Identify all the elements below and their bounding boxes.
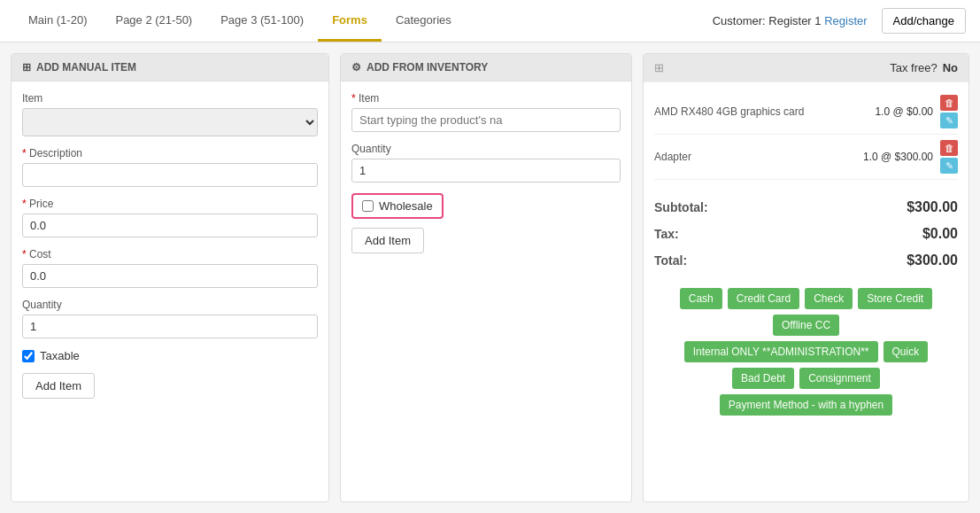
top-navigation: Main (1-20) Page 2 (21-50) Page 3 (51-10… — [0, 0, 980, 43]
delete-item-button[interactable]: 🗑 — [940, 95, 958, 111]
edit-item-button[interactable]: ✎ — [940, 113, 958, 128]
subtotal-row: Subtotal: $300.00 — [654, 194, 958, 221]
manual-item-panel: ⊞ ADD MANUAL ITEM Item * Description * P… — [11, 53, 329, 502]
inventory-add-item-button[interactable]: Add Item — [351, 228, 424, 253]
wholesale-box: Wholesale — [351, 193, 444, 219]
taxable-row: Taxable — [22, 349, 318, 362]
tab-main[interactable]: Main (1-20) — [14, 1, 101, 42]
add-change-button[interactable]: Add/change — [882, 8, 966, 34]
tax-value: $0.00 — [922, 226, 958, 242]
credit-card-button[interactable]: Credit Card — [728, 288, 799, 309]
customer-text: Customer: Register 1 — [713, 14, 822, 27]
bad-debt-button[interactable]: Bad Debt — [732, 368, 794, 389]
inventory-panel-header: ⚙ ADD FROM INVENTORY — [341, 54, 631, 82]
taxable-label: Taxable — [40, 349, 80, 362]
quick-button[interactable]: Quick — [884, 341, 929, 362]
cart-item-name: AMD RX480 4GB graphics card — [654, 105, 868, 118]
tax-row: Tax: $0.00 — [654, 221, 958, 247]
wholesale-checkbox[interactable] — [362, 200, 374, 212]
totals-section: Subtotal: $300.00 Tax: $0.00 Total: $300… — [644, 187, 968, 281]
cart-item-actions: 🗑 ✎ — [940, 140, 958, 174]
item-field-group: Item — [22, 92, 318, 136]
item-label: Item — [22, 92, 318, 105]
item-select[interactable] — [22, 108, 318, 136]
payment-row-1: Cash Credit Card Check Store Credit — [654, 288, 958, 309]
payment-row-4: Bad Debt Consignment — [654, 368, 958, 389]
price-field-group: * Price — [22, 198, 318, 237]
monitor-icon-cart: ⊞ — [654, 61, 664, 74]
inventory-title: ADD FROM INVENTORY — [367, 61, 488, 74]
manual-item-panel-header: ⊞ ADD MANUAL ITEM — [12, 54, 328, 82]
payment-row-2: Offline CC — [654, 315, 958, 336]
total-row: Total: $300.00 — [654, 247, 958, 274]
main-content: ⊞ ADD MANUAL ITEM Item * Description * P… — [0, 43, 980, 513]
tab-page2[interactable]: Page 2 (21-50) — [101, 1, 206, 42]
edit-item-button[interactable]: ✎ — [940, 158, 958, 174]
payment-section: Cash Credit Card Check Store Credit Offl… — [644, 281, 968, 428]
description-field-group: * Description — [22, 147, 318, 187]
cart-panel: ⊞ Tax free? No AMD RX480 4GB graphics ca… — [643, 53, 969, 502]
inv-item-label: * Item — [351, 92, 621, 105]
nav-tabs: Main (1-20) Page 2 (21-50) Page 3 (51-10… — [14, 1, 466, 42]
inventory-panel-body: * Item Quantity Wholesale Add Item — [341, 82, 631, 264]
internal-admin-button[interactable]: Internal ONLY **ADMINISTRATION** — [684, 341, 878, 362]
table-row: Adapter 1.0 @ $300.00 🗑 ✎ — [654, 135, 958, 180]
subtotal-value: $300.00 — [907, 199, 958, 215]
cart-item-name: Adapter — [654, 151, 856, 163]
tax-free-label: Tax free? — [890, 61, 937, 74]
inv-item-input[interactable] — [351, 108, 621, 132]
tab-categories[interactable]: Categories — [382, 1, 466, 42]
price-label: * Price — [22, 198, 318, 210]
inv-quantity-field-group: Quantity — [351, 143, 621, 183]
store-credit-button[interactable]: Store Credit — [858, 288, 932, 309]
cart-item-qty-price: 1.0 @ $0.00 — [875, 105, 933, 118]
wholesale-label: Wholesale — [379, 199, 433, 213]
inv-item-field-group: * Item — [351, 92, 621, 132]
inventory-panel: ⚙ ADD FROM INVENTORY * Item Quantity Who… — [340, 53, 632, 502]
customer-link[interactable]: Register — [824, 14, 867, 27]
offline-cc-button[interactable]: Offline CC — [773, 315, 839, 336]
cost-field-group: * Cost — [22, 248, 318, 288]
inv-quantity-label: Quantity — [351, 143, 621, 155]
quantity-field-group: Quantity — [22, 299, 318, 338]
description-label: * Description — [22, 147, 318, 159]
total-value: $300.00 — [907, 253, 958, 268]
cart-item-actions: 🗑 ✎ — [940, 95, 958, 128]
cart-item-qty-price: 1.0 @ $300.00 — [863, 151, 933, 163]
tax-label: Tax: — [654, 227, 679, 241]
taxable-checkbox[interactable] — [22, 350, 35, 362]
cost-label: * Cost — [22, 248, 318, 260]
manual-item-title: ADD MANUAL ITEM — [36, 61, 136, 74]
manual-add-item-button[interactable]: Add Item — [22, 373, 95, 399]
monitor-icon: ⊞ — [22, 61, 31, 74]
manual-item-body: Item * Description * Price * Cost — [12, 82, 328, 409]
cash-button[interactable]: Cash — [680, 288, 722, 309]
payment-hyphen-button[interactable]: Payment Method - with a hyphen — [720, 394, 892, 416]
cost-input[interactable] — [22, 264, 318, 288]
cart-header: ⊞ Tax free? No — [644, 54, 968, 82]
quantity-input[interactable] — [22, 315, 318, 338]
payment-row-3: Internal ONLY **ADMINISTRATION** Quick — [654, 341, 958, 362]
tab-page3[interactable]: Page 3 (51-100) — [206, 1, 318, 42]
gear-icon: ⚙ — [351, 61, 361, 74]
subtotal-label: Subtotal: — [654, 200, 708, 214]
total-label: Total: — [654, 253, 687, 268]
description-input[interactable] — [22, 163, 318, 187]
quantity-label: Quantity — [22, 299, 318, 311]
payment-row-5: Payment Method - with a hyphen — [654, 394, 958, 416]
inv-quantity-input[interactable] — [351, 159, 621, 183]
tab-forms[interactable]: Forms — [318, 1, 382, 42]
consignment-button[interactable]: Consignment — [799, 368, 880, 389]
customer-info: Customer: Register 1 Register — [713, 14, 868, 27]
price-input[interactable] — [22, 214, 318, 237]
delete-item-button[interactable]: 🗑 — [940, 140, 958, 156]
check-button[interactable]: Check — [805, 288, 853, 309]
tax-free-value: No — [943, 61, 958, 74]
table-row: AMD RX480 4GB graphics card 1.0 @ $0.00 … — [654, 89, 958, 135]
cart-items-list: AMD RX480 4GB graphics card 1.0 @ $0.00 … — [644, 82, 968, 187]
